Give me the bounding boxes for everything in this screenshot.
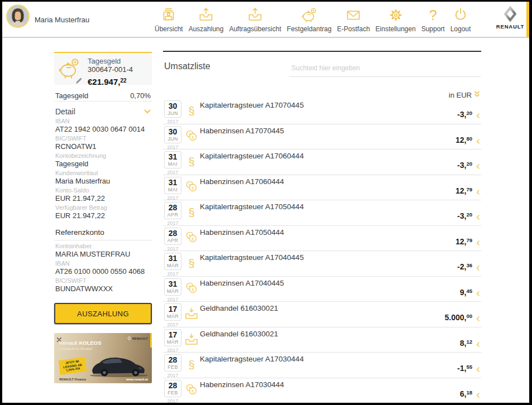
account-name: Tagesgeld [88, 57, 133, 65]
transaction-day: 28 [165, 382, 181, 390]
transaction-row[interactable]: 30 JUN 2017 § Kapitalertragsteuer A17070… [163, 99, 481, 124]
detail-title: Detail [55, 107, 75, 116]
ad-stripe [150, 333, 152, 348]
transaction-date: 31 MÄR [164, 253, 181, 270]
payout-button[interactable]: AUSZAHLUNG [54, 303, 152, 324]
transaction-row[interactable]: 17 MÄR 2017 Geldhandel 616030021 5.000,0… [163, 302, 481, 327]
interest-icon: € [184, 282, 199, 296]
transaction-year: 2017 [164, 373, 181, 378]
paragraph-icon: § [188, 206, 195, 219]
rate-value: 0,70% [130, 91, 151, 101]
transaction-amount: -3,20 [457, 210, 472, 220]
transaction-description: Habenzinsen A17030444 [200, 380, 284, 389]
rate-label: Tagesgeld [55, 91, 88, 101]
account-field: Kundenwortlaut Maria Musterfrau [54, 170, 152, 187]
avatar[interactable] [6, 4, 30, 28]
transaction-row[interactable]: 31 MÄR 2017 € Habenzinsen A17040445 9,45 [163, 277, 481, 302]
transaction-list: 30 JUN 2017 § Kapitalertragsteuer A17070… [163, 99, 481, 403]
ad-footer-left: RENAULT Finance [59, 378, 86, 381]
field-label: IBAN [55, 118, 151, 124]
field-value: RCNOATW1 [55, 142, 151, 151]
transaction-year: 2017 [164, 271, 181, 277]
search-input[interactable] [289, 60, 481, 77]
edit-pencil-icon[interactable] [75, 76, 82, 86]
account-number: 300647-001-4 [88, 66, 133, 74]
transaction-date: 31 MAI [164, 151, 181, 168]
transaction-description: Kapitalertragsteuer A17050444 [200, 202, 304, 211]
transaction-month: MAI [165, 187, 181, 192]
transaction-row[interactable]: 31 MÄR 2017 § Kapitalertragsteuer A17040… [163, 251, 481, 277]
tax-icon: § [184, 205, 199, 220]
rate-row: Tagesgeld 0,70% [54, 85, 152, 102]
transaction-amount: -1,55 [457, 363, 472, 373]
transaction-year: 2017 [164, 170, 181, 175]
transaction-description: Kapitalertragsteuer A17030444 [200, 355, 304, 363]
reference-fields: Kontoinhaber MARIA MUSTERFRAU IBAN AT26 … [54, 243, 152, 295]
svg-text:€: € [191, 134, 194, 139]
coins-icon: € [185, 383, 198, 396]
account-field: IBAN AT22 1942 0030 0647 0014 [54, 118, 152, 135]
transaction-row[interactable]: 31 MAI 2017 € Habenzinsen A17060444 12,7… [163, 175, 481, 201]
transaction-date: 30 JUN [164, 126, 181, 143]
transaction-description: Habenzinsen A17070445 [200, 127, 284, 135]
transaction-year: 2017 [164, 297, 181, 302]
reference-title: Referenzkonto [54, 228, 152, 240]
detail-header[interactable]: Detail [54, 102, 152, 117]
field-label: Verfügbarer Betrag [55, 204, 151, 211]
field-label: Kundenwortlaut [55, 170, 151, 176]
chevron-left-icon [476, 212, 480, 222]
transaction-date: 17 MÄR [164, 329, 181, 346]
transaction-description: Habenzinsen A17050444 [200, 228, 284, 237]
tax-icon: § [184, 155, 199, 169]
field-label: Kontobezeichnung [55, 152, 151, 159]
account-field: IBAN AT26 0100 0000 0550 4068 [54, 260, 152, 277]
transaction-year: 2017 [164, 195, 181, 201]
chevron-left-icon [476, 390, 480, 400]
transaction-row[interactable]: 28 FEB 2017 § Kapitalertragsteuer A17030… [163, 353, 481, 378]
transaction-year: 2017 [164, 246, 181, 252]
field-value: MARIA MUSTERFRAU [55, 250, 151, 258]
interest-icon: € [184, 129, 199, 144]
transaction-row[interactable]: 30 JUN 2017 € Habenzinsen A17070445 12,8… [163, 124, 481, 150]
transaction-row[interactable]: 28 APR 2017 § Kapitalertragsteuer A17050… [163, 200, 481, 226]
field-value: Tagesgeld [55, 160, 151, 168]
transaction-row[interactable]: 28 FEB 2017 € Habenzinsen A17030444 6,18 [163, 378, 481, 403]
interest-icon: € [184, 231, 199, 245]
brand-logo[interactable]: RENAULT [491, 2, 529, 37]
transaction-amount: 6,18 [460, 388, 472, 398]
ad-title: Renault KOLEOS [59, 340, 102, 346]
transaction-day: 17 [165, 305, 181, 314]
transaction-row[interactable]: 31 MAI 2017 § Kapitalertragsteuer A17060… [163, 150, 481, 175]
transaction-row[interactable]: 17 MÄR 2017 Geldhandel 616030021 8,12 [163, 327, 481, 353]
field-label: Konto-Saldo [55, 187, 151, 194]
transaction-day: 31 [165, 254, 181, 263]
field-value: Maria Musterfrau [55, 177, 151, 185]
transaction-date: 28 APR [164, 202, 181, 219]
chevron-left-icon [476, 288, 480, 298]
svg-text:€: € [191, 185, 194, 190]
transaction-day: 28 [165, 356, 181, 364]
chevron-down-icon [144, 106, 151, 116]
field-label: IBAN [55, 260, 151, 267]
transaction-row[interactable]: 28 APR 2017 € Habenzinsen A17050444 12,7… [163, 226, 481, 252]
transaction-year: 2017 [164, 119, 181, 124]
svg-text:€: € [191, 287, 194, 292]
transaction-day: 17 [165, 331, 181, 339]
account-card[interactable]: Tagesgeld 300647-001-4 €21.947,22 [54, 52, 152, 85]
account-field: BIC/SWIFT RCNOATW1 [54, 135, 152, 152]
coins-icon: € [185, 282, 198, 294]
transaction-day: 28 [165, 204, 181, 212]
account-balance: €21.947,22 [88, 75, 133, 86]
transaction-day: 31 [165, 153, 181, 161]
ad-banner[interactable]: Renault KOLEOS Crossover by Renault RENA… [54, 333, 152, 383]
field-value: AT26 0100 0000 0550 4068 [55, 267, 151, 276]
svg-text:€: € [191, 236, 194, 241]
transaction-description: Geldhandel 616030021 [200, 304, 278, 312]
transaction-description: Habenzinsen A17040445 [200, 279, 284, 287]
transaction-description: Geldhandel 616030021 [200, 330, 278, 338]
tax-icon: § [184, 104, 199, 118]
deposit-icon [184, 307, 199, 320]
transaction-amount: -3,20 [457, 109, 472, 119]
content-divider [163, 51, 481, 52]
field-value: BUNDATWWXXX [55, 285, 151, 293]
